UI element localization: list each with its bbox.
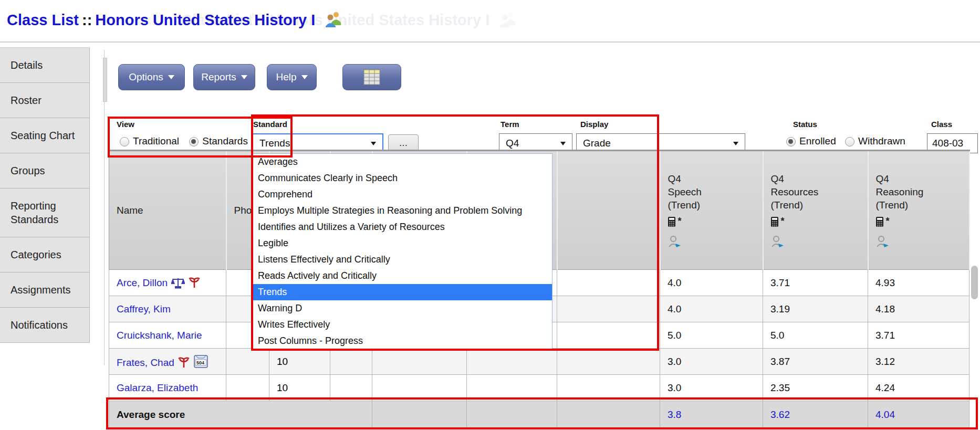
empty-cell — [330, 375, 372, 401]
photo-cell — [226, 375, 269, 401]
empty-cell — [467, 375, 557, 401]
dropdown-option[interactable]: Communicates Clearly in Speech — [253, 170, 552, 186]
calculator-icon — [668, 217, 676, 227]
sidebar-item-reporting-standards[interactable]: Reporting Standards — [0, 188, 90, 237]
student-detail-icon[interactable] — [771, 235, 785, 248]
sidebar-item-label: Notifications — [11, 319, 68, 331]
empty-cell — [557, 349, 660, 375]
plan-504-icon[interactable]: 504 — [193, 355, 209, 369]
sidebar-item-notifications[interactable]: Notifications — [0, 308, 90, 343]
view-traditional-label: Traditional — [133, 135, 179, 146]
student-link[interactable]: Galarza, Elizabeth — [117, 382, 198, 393]
dropdown-option[interactable]: Writes Effectively — [253, 317, 552, 333]
empty-cell — [557, 401, 660, 429]
status-enrolled-radio[interactable] — [786, 137, 796, 146]
header-line: Q4 — [771, 172, 868, 185]
class-label: Class — [931, 120, 952, 129]
student-link[interactable]: Frates, Chad — [117, 357, 174, 368]
sidebar-item-label: Seating Chart — [11, 130, 75, 141]
calculated-asterisk: * — [886, 216, 890, 226]
average-speech-cell: 3.8 — [660, 401, 763, 429]
dropdown-option[interactable]: Comprehend — [253, 186, 552, 203]
sidebar-item-seating-chart[interactable]: Seating Chart — [0, 118, 90, 153]
sidebar-item-categories[interactable]: Categories — [0, 237, 90, 272]
resources-score-cell[interactable]: 5.0 — [763, 322, 868, 349]
dropdown-option[interactable]: Reads Actively and Critically — [253, 268, 552, 284]
reasoning-score-cell[interactable]: 4.18 — [868, 296, 969, 322]
page-title-app: Class List — [7, 12, 79, 28]
sidebar-nav: Details Roster Seating Chart Groups Repo… — [0, 47, 90, 343]
speech-score-cell[interactable]: 4.0 — [660, 296, 763, 322]
student-link[interactable]: Arce, Dillon — [117, 277, 168, 288]
status-radio-group: Enrolled Withdrawn — [786, 135, 908, 147]
header-line: Speech — [668, 185, 763, 198]
sidebar-item-roster[interactable]: Roster — [0, 83, 90, 118]
view-radio-group: Traditional Standards — [120, 135, 250, 147]
term-label: Term — [501, 120, 519, 129]
status-withdrawn-radio[interactable] — [845, 137, 854, 146]
medical-alert-icon[interactable] — [178, 357, 190, 369]
speech-score-cell[interactable]: 3.0 — [660, 349, 763, 375]
dropdown-option[interactable]: Legible — [253, 235, 552, 251]
medical-alert-icon[interactable] — [189, 277, 200, 289]
sidebar-item-details[interactable]: Details — [0, 47, 90, 83]
calculator-icon — [876, 217, 884, 227]
student-link[interactable]: Cruickshank, Marie — [117, 330, 202, 341]
dropdown-option[interactable]: Post Columns - Progress — [253, 333, 552, 349]
scales-icon[interactable] — [171, 277, 185, 289]
table-row: Frates, Chad504 10 3.0 3.87 3.12 — [109, 349, 969, 375]
term-select-value: Q4 — [506, 138, 560, 149]
reports-button[interactable]: Reports — [193, 64, 255, 90]
grade-level-cell: 10 — [269, 349, 330, 375]
chevron-down-icon — [168, 75, 174, 79]
reasoning-score-cell[interactable]: 3.12 — [868, 349, 969, 375]
speech-score-cell[interactable]: 5.0 — [660, 322, 763, 349]
empty-cell — [557, 375, 660, 401]
dropdown-option[interactable]: Employs Multiple Strategies in Reasoning… — [253, 203, 552, 219]
column-header-q4-speech[interactable]: Q4 Speech (Trend) * — [660, 151, 763, 270]
dropdown-option[interactable]: Listens Effectively and Critically — [253, 251, 552, 268]
column-header-q4-resources[interactable]: Q4 Resources (Trend) * — [763, 151, 868, 270]
sidebar-item-label: Groups — [11, 165, 45, 176]
header-icons: * — [771, 215, 868, 248]
title-bar: Class List::Honors United States History… — [0, 0, 980, 43]
empty-cell — [557, 296, 660, 322]
average-reasoning-cell: 4.04 — [868, 401, 969, 429]
dropdown-option[interactable]: Warning D — [253, 300, 552, 317]
resources-score-cell[interactable]: 3.19 — [763, 296, 868, 322]
chevron-down-icon — [301, 75, 308, 79]
status-label: Status — [793, 120, 817, 129]
dropdown-option-selected[interactable]: Trends — [253, 284, 552, 300]
header-line: (Trend) — [668, 198, 763, 212]
standard-dropdown-list: Averages Communicates Clearly in Speech … — [253, 153, 552, 350]
reasoning-score-cell[interactable]: 4.93 — [868, 270, 969, 296]
resources-score-cell[interactable]: 2.35 — [763, 375, 868, 401]
resources-score-cell[interactable]: 3.71 — [763, 270, 868, 296]
column-header-q4-reasoning[interactable]: Q4 Reasoning (Trend) * — [868, 151, 969, 270]
student-name-cell: Cruickshank, Marie — [109, 322, 226, 349]
reports-button-label: Reports — [201, 71, 236, 83]
student-detail-icon[interactable] — [876, 235, 890, 248]
reasoning-score-cell[interactable]: 4.24 — [868, 375, 969, 401]
speech-score-cell[interactable]: 3.0 — [660, 375, 763, 401]
dropdown-arrow-icon — [371, 142, 376, 145]
student-link[interactable]: Caffrey, Kim — [117, 303, 171, 314]
panel-scrollbar[interactable] — [103, 58, 107, 102]
sidebar-item-assignments[interactable]: Assignments — [0, 272, 90, 308]
standard-label: Standard — [253, 120, 287, 129]
sidebar-item-groups[interactable]: Groups — [0, 153, 90, 188]
dropdown-option[interactable]: Averages — [253, 154, 552, 170]
column-header-name[interactable]: Name — [109, 151, 226, 270]
dropdown-option[interactable]: Identifies and Utilizes a Variety of Res… — [253, 219, 552, 235]
resources-score-cell[interactable]: 3.87 — [763, 349, 868, 375]
view-traditional-radio[interactable] — [120, 137, 129, 146]
view-standards-radio[interactable] — [189, 137, 199, 146]
help-button[interactable]: Help — [267, 64, 317, 90]
student-detail-icon[interactable] — [668, 235, 682, 248]
speech-score-cell[interactable]: 4.0 — [660, 270, 763, 296]
average-score-label: Average score — [109, 401, 372, 429]
vertical-scrollbar-thumb[interactable] — [971, 266, 978, 299]
reasoning-score-cell[interactable]: 3.71 — [868, 322, 969, 349]
options-button[interactable]: Options — [118, 64, 185, 90]
gradebook-grid-button[interactable] — [342, 64, 401, 90]
